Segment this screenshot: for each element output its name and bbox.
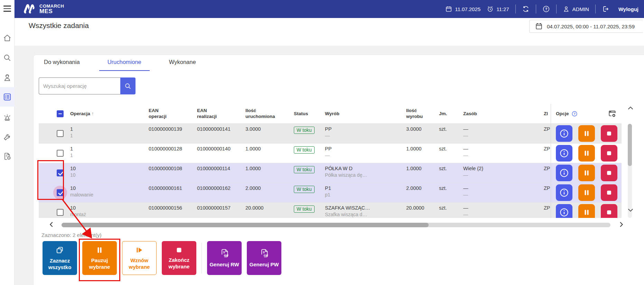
row-checkbox[interactable]: [57, 150, 64, 157]
sidebar-item-reports[interactable]: [0, 147, 15, 166]
pause-icon: [583, 209, 590, 216]
row-info-button[interactable]: [556, 145, 572, 162]
chevron-up-icon: [627, 104, 634, 112]
search-button[interactable]: [120, 77, 136, 94]
action-button-zaznacz-wszystko[interactable]: Zaznacz wszystko: [43, 241, 77, 275]
sidebar-item-search[interactable]: [0, 48, 15, 67]
column-header-zlecenie-truncated: Zl: [544, 111, 551, 116]
cell-product: PÓŁKA W D Półka wisząca dę…: [325, 163, 406, 183]
topbar-divider: [556, 4, 557, 13]
check-icon: [58, 171, 64, 176]
cell-unit: szt.: [439, 203, 463, 218]
cell-operation: 10 montaż: [70, 203, 149, 218]
sidebar-item-alerts[interactable]: [0, 108, 15, 127]
row-stop-button[interactable]: [601, 184, 617, 201]
action-button-generuj-rw[interactable]: RWGeneruj RW: [207, 241, 242, 275]
tab-do-wykonania[interactable]: Do wykonania: [40, 59, 83, 71]
scroll-down-button[interactable]: [627, 206, 634, 214]
row-pause-button[interactable]: [578, 184, 595, 201]
document-icon: RW: [219, 248, 230, 258]
action-button-label: Generuj PW: [249, 261, 279, 268]
row-checkbox[interactable]: [57, 189, 64, 196]
options-help-icon[interactable]: ?: [571, 111, 578, 117]
calendar-icon: [445, 6, 452, 12]
stop-icon: [606, 189, 613, 196]
table-row[interactable]: 10 10 010000000108 010000000114 1.0000 W…: [39, 163, 622, 183]
row-pause-button[interactable]: [578, 165, 595, 181]
row-stop-button[interactable]: [601, 125, 617, 142]
row-checkbox[interactable]: [57, 209, 64, 216]
cell-status: W toku: [294, 163, 325, 183]
row-stop-button[interactable]: [601, 145, 617, 162]
action-button-wzn-w-wybrane[interactable]: Wznów wybrane: [122, 241, 157, 275]
row-pause-button[interactable]: [578, 145, 595, 162]
table-row[interactable]: 1 1 010000000139 010000000141 3.0000 W t…: [39, 124, 622, 144]
tab-wykonane[interactable]: Wykonane: [166, 59, 199, 71]
logout-button[interactable]: Wyloguj: [602, 5, 638, 13]
cell-unit: szt.: [439, 124, 463, 143]
scroll-right-button[interactable]: [617, 221, 625, 228]
comarch-mes-logo: COMARCH MES: [22, 3, 64, 15]
operator-icon: [3, 73, 12, 82]
action-button-zako-cz-wybrane[interactable]: Zakończ wybrane: [162, 241, 196, 275]
user-icon: [563, 6, 570, 12]
action-button-label: Pauzuj wybrane: [82, 257, 117, 270]
search-input[interactable]: [39, 77, 120, 94]
horizontal-scrollbar-thumb[interactable]: [62, 223, 429, 227]
row-checkbox[interactable]: [57, 130, 64, 137]
action-button-generuj-pw[interactable]: PWGeneruj PW: [247, 241, 281, 275]
vertical-scrollbar-thumb[interactable]: [628, 124, 632, 166]
user-menu[interactable]: ADMIN: [563, 6, 589, 12]
row-info-button[interactable]: [556, 204, 572, 218]
cell-unit: szt.: [439, 183, 463, 202]
sidebar-item-home[interactable]: [0, 28, 15, 48]
sidebar-item-tools[interactable]: [0, 127, 15, 147]
column-header-zasob: Zasób: [463, 111, 544, 116]
pause-icon: [583, 149, 590, 157]
column-header-ilosc-wyrobu: Ilość wyrobu: [406, 108, 439, 120]
refresh-button[interactable]: [522, 5, 530, 13]
task-tabs: Do wykonania Uruchomione Wykonane: [40, 59, 199, 71]
table-settings-button[interactable]: [608, 109, 617, 118]
info-icon: [559, 148, 569, 158]
column-header-operacja[interactable]: Operacja↑: [70, 111, 149, 116]
cell-status: W toku: [294, 183, 325, 202]
table-row[interactable]: 10 malowanie 010000000161 010000000162 2…: [39, 183, 622, 203]
table-row[interactable]: 10 montaż 010000000156 010000000157 20.0…: [39, 203, 622, 218]
table-row[interactable]: 1 1 010000000128 010000000140 1.0000 W t…: [39, 144, 622, 163]
row-checkbox[interactable]: [57, 169, 64, 176]
row-info-button[interactable]: [556, 165, 572, 181]
calendar-icon: [535, 22, 543, 30]
row-stop-button[interactable]: [601, 165, 617, 181]
help-icon: ?: [542, 5, 550, 13]
wrench-icon: [3, 132, 12, 141]
sidebar-item-tasks-active[interactable]: [0, 87, 15, 107]
scroll-left-button[interactable]: [48, 221, 55, 228]
scroll-up-button[interactable]: [627, 104, 634, 112]
tab-uruchomione[interactable]: Uruchomione: [99, 59, 150, 71]
sidebar-item-operators[interactable]: [0, 68, 15, 87]
cell-operation: 1 1: [70, 124, 149, 143]
action-button-pauzuj-wybrane[interactable]: Pauzuj wybrane: [82, 241, 117, 275]
vertical-scrollbar[interactable]: [628, 124, 632, 218]
cell-unit: szt.: [439, 163, 463, 183]
action-buttons: Zaznacz wszystkoPauzuj wybraneWznów wybr…: [43, 241, 281, 275]
hamburger-menu-button[interactable]: [3, 4, 12, 13]
action-group-separator: [202, 242, 202, 274]
table-rows-viewport: 1 1 010000000139 010000000141 3.0000 W t…: [39, 124, 622, 218]
row-pause-button[interactable]: [578, 204, 595, 218]
horizontal-scrollbar[interactable]: [62, 223, 610, 227]
info-icon: [559, 168, 569, 178]
row-info-button[interactable]: [556, 184, 572, 201]
status-badge: W toku: [294, 166, 315, 173]
help-button[interactable]: ?: [542, 5, 550, 13]
select-all-checkbox[interactable]: [57, 110, 64, 117]
row-info-button[interactable]: [556, 125, 572, 142]
row-pause-button[interactable]: [578, 125, 595, 142]
date-range-picker[interactable]: 04.07.2025, 00:00 - 11.07.2025, 23:59: [529, 20, 643, 33]
status-badge: W toku: [294, 205, 315, 213]
chevron-down-icon: [627, 206, 634, 214]
operation-search: [39, 77, 136, 94]
column-header-ilosc-uruchomiona: Ilość uruchomiona: [245, 108, 294, 120]
row-stop-button[interactable]: [601, 204, 617, 218]
